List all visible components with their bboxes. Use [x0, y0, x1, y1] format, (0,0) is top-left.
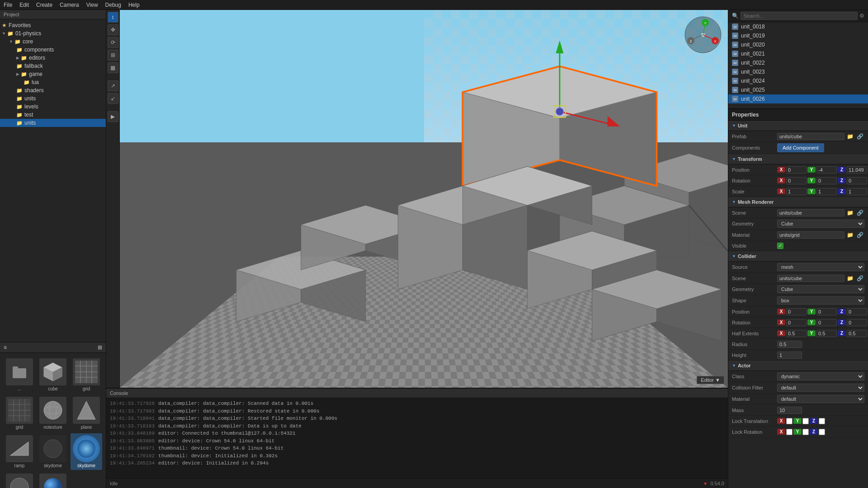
- rotation-y-input[interactable]: [816, 177, 837, 184]
- file-list-item[interactable]: Munit_0021: [728, 49, 868, 58]
- actor-section-header[interactable]: ▼ Actor: [728, 361, 868, 371]
- asset-item-skydome2[interactable]: skydome: [4, 472, 35, 488]
- asset-item-sphere[interactable]: sphere: [37, 472, 69, 488]
- search-input[interactable]: [741, 12, 858, 20]
- asset-item-cube[interactable]: cube: [37, 357, 69, 393]
- tree-item-units-selected[interactable]: 📁 units: [0, 119, 106, 127]
- file-list-item[interactable]: Munit_0023: [728, 67, 868, 76]
- source-dropdown[interactable]: mesh: [777, 263, 864, 271]
- file-list-item[interactable]: Munit_0026: [728, 94, 868, 103]
- half-ext-z-input[interactable]: [847, 330, 867, 337]
- tree-item-editors[interactable]: ▶ 📁 editors: [0, 54, 106, 62]
- list-view-icon[interactable]: ≡: [4, 344, 7, 351]
- viewport[interactable]: Y X Z: [120, 10, 728, 388]
- transform-section-header[interactable]: ▼ Transform: [728, 154, 868, 164]
- height-input[interactable]: [777, 352, 802, 359]
- mass-input[interactable]: [777, 407, 802, 414]
- toolbar-btn-grid[interactable]: ⊞: [108, 50, 118, 61]
- menu-view[interactable]: View: [86, 2, 98, 8]
- mesh-renderer-section-header[interactable]: ▼ Mesh Renderer: [728, 197, 868, 207]
- asset-item-grid[interactable]: grid: [71, 357, 102, 393]
- tree-item-favorites[interactable]: ★ Favorites: [0, 21, 106, 29]
- col-geometry-dropdown[interactable]: Cube: [777, 285, 864, 293]
- asset-item-grid2[interactable]: grid: [4, 395, 35, 432]
- col-pos-x-input[interactable]: [786, 308, 807, 315]
- lock-rot-z[interactable]: [819, 429, 825, 435]
- tree-item-01physics[interactable]: ▼ 📁 01-physics: [0, 29, 106, 38]
- tree-item-core[interactable]: ▼ 📁 core: [0, 38, 106, 46]
- lock-rot-x[interactable]: [786, 429, 793, 435]
- scale-z-input[interactable]: [847, 188, 867, 195]
- settings-icon[interactable]: ⚙: [859, 13, 864, 19]
- col-scene-link-btn[interactable]: 🔗: [856, 275, 864, 282]
- scale-y-input[interactable]: [816, 188, 837, 195]
- lock-trans-y[interactable]: [802, 418, 809, 424]
- actor-material-dropdown[interactable]: default: [777, 395, 864, 403]
- half-ext-y-input[interactable]: [816, 330, 837, 337]
- collider-section-header[interactable]: ▼ Collider: [728, 251, 868, 262]
- col-rot-x-input[interactable]: [786, 319, 807, 326]
- menu-edit[interactable]: Edit: [19, 2, 29, 8]
- material-folder-btn[interactable]: 📁: [846, 232, 854, 238]
- grid-view-icon[interactable]: ⊞: [98, 344, 102, 351]
- tree-item-test[interactable]: 📁 test: [0, 111, 106, 119]
- scene-link-btn[interactable]: 🔗: [856, 210, 864, 216]
- toolbar-btn-move[interactable]: ↕: [108, 12, 118, 23]
- lock-rot-y[interactable]: [802, 429, 809, 435]
- menu-camera[interactable]: Camera: [60, 2, 79, 8]
- file-list-item[interactable]: Munit_0025: [728, 85, 868, 94]
- material-input[interactable]: [777, 231, 844, 239]
- lock-trans-x[interactable]: [786, 418, 793, 424]
- visible-checkbox[interactable]: ✓: [777, 243, 783, 249]
- menu-help[interactable]: Help: [128, 2, 140, 8]
- file-list-item[interactable]: Munit_0022: [728, 58, 868, 67]
- tree-item-components[interactable]: 📁 components: [0, 46, 106, 54]
- tree-item-shaders[interactable]: 📁 shaders: [0, 86, 106, 94]
- col-pos-z-input[interactable]: [847, 308, 867, 315]
- material-link-btn[interactable]: 🔗: [856, 232, 864, 238]
- half-ext-x-input[interactable]: [786, 330, 807, 337]
- file-list-item[interactable]: Munit_0024: [728, 76, 868, 85]
- asset-item-parent[interactable]: ...: [4, 357, 35, 393]
- tree-item-lua[interactable]: 📁 lua: [0, 78, 106, 86]
- geometry-dropdown[interactable]: Cube: [777, 220, 864, 228]
- tree-item-units[interactable]: 📁 units: [0, 94, 106, 103]
- position-y-input[interactable]: [816, 166, 837, 174]
- menu-file[interactable]: File: [4, 2, 12, 8]
- position-x-input[interactable]: [786, 166, 807, 174]
- class-dropdown[interactable]: dynamic: [777, 372, 864, 380]
- toolbar-btn-play[interactable]: ▶: [108, 111, 118, 122]
- viewport-mode-btn[interactable]: Editor ▼: [697, 376, 724, 384]
- tree-item-fallback[interactable]: 📁 fallback: [0, 62, 106, 70]
- toolbar-btn-rotate[interactable]: ⟳: [108, 37, 118, 48]
- menu-create[interactable]: Create: [36, 2, 52, 8]
- asset-item-notexture[interactable]: notexture: [37, 395, 69, 432]
- col-scene-input[interactable]: [777, 275, 844, 282]
- prefab-folder-btn[interactable]: 📁: [846, 133, 854, 140]
- prefab-input[interactable]: [777, 133, 844, 140]
- scene-folder-btn[interactable]: 📁: [846, 210, 854, 216]
- collision-filter-dropdown[interactable]: default: [777, 384, 864, 392]
- console-output[interactable]: 19:41:33.717926data_compiler: data_compi…: [106, 398, 728, 478]
- menu-debug[interactable]: Debug: [105, 2, 121, 8]
- asset-item-plane[interactable]: plane: [71, 395, 102, 432]
- rotation-x-input[interactable]: [786, 177, 807, 184]
- toolbar-btn-snap[interactable]: ▦: [108, 62, 118, 73]
- toolbar-btn-1[interactable]: ↗: [108, 80, 118, 91]
- asset-item-skydome-blue[interactable]: skydome: [71, 433, 102, 470]
- unit-section-header[interactable]: ▼ Unit: [728, 121, 868, 131]
- position-z-input[interactable]: [847, 166, 867, 174]
- viewport-gizmo[interactable]: Y X Z: [683, 14, 723, 55]
- col-pos-y-input[interactable]: [816, 308, 837, 315]
- scale-x-input[interactable]: [786, 188, 807, 195]
- col-rot-z-input[interactable]: [847, 319, 867, 326]
- toolbar-btn-select[interactable]: ✥: [108, 24, 118, 35]
- add-component-button[interactable]: Add Component: [777, 143, 824, 152]
- mesh-scene-input[interactable]: [777, 209, 844, 216]
- file-list-item[interactable]: Munit_0019: [728, 31, 868, 40]
- radius-input[interactable]: [777, 341, 802, 348]
- file-list-item[interactable]: Munit_0018: [728, 22, 868, 31]
- shape-dropdown[interactable]: box: [777, 296, 864, 305]
- asset-item-ramp[interactable]: ramp: [4, 433, 35, 470]
- toolbar-btn-2[interactable]: ↙: [108, 93, 118, 104]
